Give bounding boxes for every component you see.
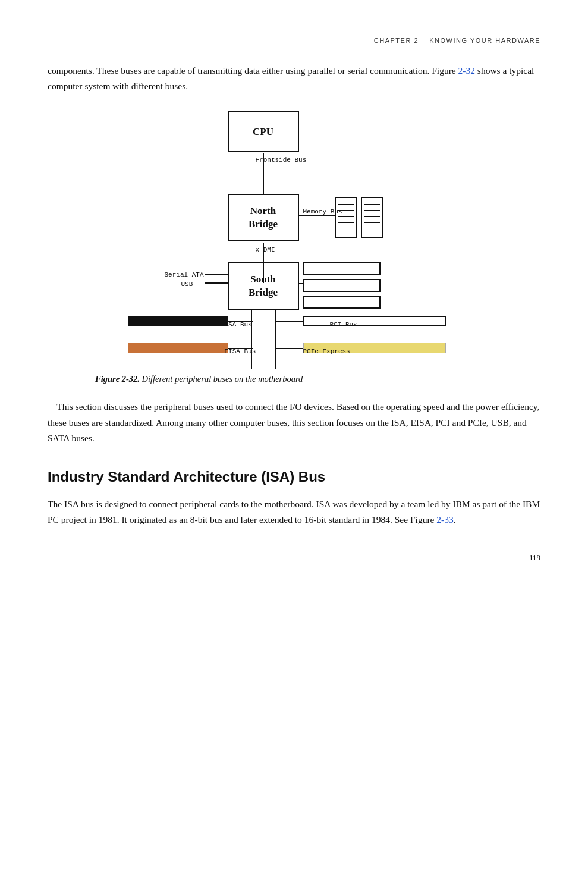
cpu-box: CPU	[228, 111, 299, 152]
chapter-title: KNOWING YOUR HARDWARE	[429, 37, 540, 44]
line-pcie-connect	[276, 348, 303, 349]
figure-caption-label: Figure 2-32.	[95, 374, 140, 384]
line-pci-connect	[276, 321, 303, 322]
pci-slot-3	[303, 296, 381, 309]
section-heading-isa: Industry Standard Architecture (ISA) Bus	[48, 466, 540, 488]
page-number: 119	[48, 552, 540, 564]
south-bridge-box: SouthBridge	[228, 262, 299, 310]
diagram-container: CPU Frontside Bus NorthBridge Memory Bus	[48, 111, 540, 366]
pcie-bus-label: PCIe Express	[303, 347, 350, 357]
xdmi-label: x DMI	[256, 245, 275, 256]
architecture-diagram: CPU Frontside Bus NorthBridge Memory Bus	[128, 111, 461, 366]
memory-bus-line	[299, 215, 335, 216]
line-sb-down-1	[251, 310, 252, 369]
memory-slot-1	[335, 197, 357, 238]
line-isa-connect	[228, 321, 253, 322]
line-sata	[205, 274, 228, 275]
line-eisa-connect	[228, 348, 253, 349]
north-bridge-box: NorthBridge	[228, 194, 299, 241]
figure-link-2-32[interactable]: 2-32	[458, 65, 475, 76]
pci-slot-2	[303, 279, 381, 292]
memory-slot-2	[361, 197, 383, 238]
intro-paragraph: components. These buses are capable of t…	[48, 63, 540, 95]
pci-bus-bar	[303, 316, 446, 326]
body-paragraph-3: The ISA bus is designed to connect perip…	[48, 497, 540, 528]
eisa-bus-bar	[128, 343, 228, 353]
page-header: CHAPTER 2 KNOWING YOUR HARDWARE	[48, 36, 540, 46]
figure-link-2-33[interactable]: 2-33	[436, 514, 453, 524]
body-paragraph-2: This section discusses the peripheral bu…	[48, 399, 540, 446]
serial-ata-label: Serial ATA	[165, 270, 204, 281]
pci-slot-1	[303, 262, 381, 275]
figure-caption: Figure 2-32. Different peripheral buses …	[48, 372, 540, 386]
usb-label: USB	[181, 279, 193, 290]
line-usb	[205, 282, 228, 284]
pci-bus-label: PCI Bus	[330, 320, 357, 331]
isa-bus-bar	[128, 316, 228, 326]
line-sb-down-2	[275, 310, 276, 369]
line-southbridge-pci	[299, 283, 303, 284]
frontside-bus-label: Frontside Bus	[256, 155, 307, 166]
chapter-label: CHAPTER 2	[374, 37, 419, 44]
